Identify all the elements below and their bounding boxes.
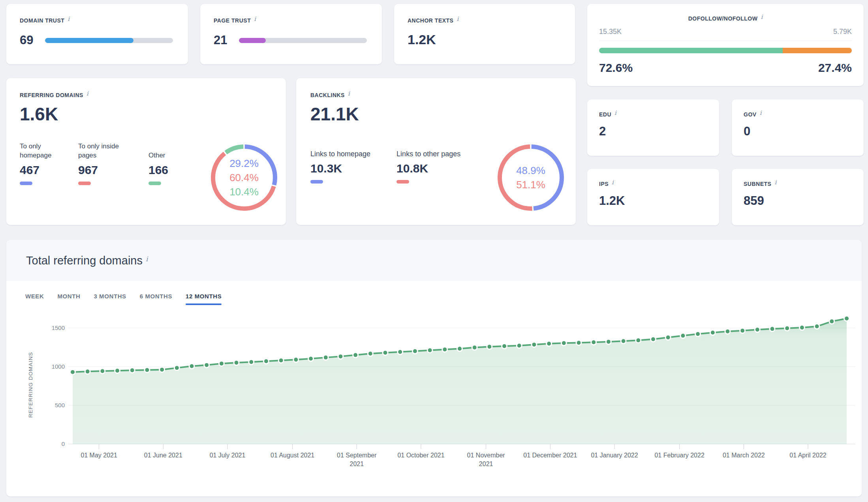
legend-chip: [78, 182, 91, 185]
info-icon[interactable]: i: [86, 90, 88, 97]
svg-text:01 October 2021: 01 October 2021: [397, 452, 444, 459]
info-icon[interactable]: i: [68, 15, 70, 22]
backlinks-value: 21.1K: [310, 103, 562, 125]
svg-text:1500: 1500: [52, 324, 65, 331]
legend-chip: [396, 180, 409, 184]
subnets-value: 859: [744, 194, 852, 208]
card-title: GOVi: [744, 111, 852, 118]
stat-links-to-homepage: Links to homepage 10.3K: [310, 149, 370, 184]
svg-text:01 February 2022: 01 February 2022: [654, 452, 704, 459]
card-title: EDUi: [599, 111, 707, 118]
dofollow-nofollow-bar: [599, 48, 852, 53]
info-icon[interactable]: i: [348, 90, 350, 97]
svg-text:01 December 2021: 01 December 2021: [523, 452, 577, 459]
svg-text:01 April 2022: 01 April 2022: [789, 452, 827, 459]
tab-6-months[interactable]: 6 MONTHS: [140, 293, 172, 305]
tab-month[interactable]: MONTH: [57, 293, 80, 305]
domain-trust-bar-fill: [45, 38, 133, 43]
info-icon[interactable]: i: [614, 109, 616, 116]
info-icon[interactable]: i: [760, 109, 762, 116]
svg-text:01 January 2022: 01 January 2022: [591, 452, 638, 459]
svg-text:01 November: 01 November: [467, 452, 505, 459]
page-trust-bar-fill: [239, 38, 266, 43]
svg-text:2021: 2021: [350, 461, 364, 467]
domain-trust-card: DOMAIN TRUSTi 69: [6, 4, 188, 64]
stat-to-only-homepage: To only homepage 467: [20, 142, 62, 185]
section-title: Total referring domainsi: [26, 254, 148, 267]
info-icon[interactable]: i: [457, 15, 458, 22]
info-icon[interactable]: i: [254, 15, 256, 22]
referring-domains-value: 1.6K: [20, 103, 272, 125]
info-icon[interactable]: i: [774, 179, 776, 186]
legend-chip: [148, 182, 161, 185]
donut-label: 29.2%: [229, 156, 259, 170]
nofollow-count: 5.79K: [833, 28, 852, 36]
card-title: REFERRING DOMAINSi: [20, 92, 272, 99]
domain-trust-bar: [45, 38, 173, 43]
card-title: DOFOLLOW/NOFOLLOWi: [599, 15, 852, 22]
card-title: SUBNETSi: [744, 180, 852, 187]
svg-text:0: 0: [62, 440, 65, 447]
card-title: IPSi: [599, 180, 707, 187]
donut-label: 51.1%: [516, 178, 545, 192]
anchor-texts-card: ANCHOR TEXTSi 1.2K: [394, 4, 575, 64]
page-trust-value: 21: [214, 33, 234, 47]
donut-label: 60.4%: [229, 170, 259, 185]
tab-12-months[interactable]: 12 MONTHS: [186, 293, 222, 305]
total-referring-domains-section: Total referring domainsi WEEK MONTH 3 MO…: [6, 240, 862, 496]
subnets-card: SUBNETSi 859: [732, 169, 864, 225]
card-title: ANCHOR TEXTSi: [408, 17, 562, 24]
svg-text:01 July 2021: 01 July 2021: [210, 452, 246, 459]
ips-card: IPSi 1.2K: [587, 169, 719, 225]
svg-text:500: 500: [55, 402, 65, 408]
ips-value: 1.2K: [599, 194, 707, 208]
anchor-texts-value: 1.2K: [408, 32, 562, 47]
stat-to-only-inside-pages: To only inside pages 967: [78, 142, 133, 185]
gov-value: 0: [744, 124, 852, 139]
nofollow-percent: 27.4%: [818, 61, 852, 75]
stat-other: Other 166: [148, 151, 168, 185]
dofollow-count: 15.35K: [599, 28, 622, 36]
svg-text:01 June 2021: 01 June 2021: [144, 452, 182, 459]
stat-links-to-other-pages: Links to other pages 10.8K: [396, 149, 460, 184]
dofollow-percent: 72.6%: [599, 61, 633, 75]
svg-text:01 May 2021: 01 May 2021: [81, 452, 117, 459]
dofollow-nofollow-card: DOFOLLOW/NOFOLLOWi 15.35K 5.79K 72.6% 27…: [587, 4, 864, 86]
tab-3-months[interactable]: 3 MONTHS: [94, 293, 126, 305]
referring-domains-donut-chart: 29.2% 60.4% 10.4%: [211, 144, 277, 211]
donut-label: 10.4%: [229, 185, 259, 199]
area-chart-svg: 050010001500REFERRING DOMAINS01 May 2021…: [9, 314, 859, 472]
page-trust-bar: [239, 38, 367, 43]
legend-chip: [310, 180, 323, 184]
domain-trust-value: 69: [20, 33, 40, 47]
legend-chip: [20, 182, 32, 185]
edu-card: EDUi 2: [587, 99, 719, 156]
svg-text:2021: 2021: [479, 461, 493, 467]
backlinks-donut-chart: 48.9% 51.1%: [498, 144, 564, 211]
svg-text:01 March 2022: 01 March 2022: [723, 452, 765, 459]
nofollow-bar-segment: [783, 48, 852, 53]
edu-value: 2: [599, 124, 707, 139]
page-trust-card: PAGE TRUSTi 21: [200, 4, 382, 64]
referring-domains-card: REFERRING DOMAINSi 1.6K To only homepage…: [6, 78, 286, 225]
backlinks-card: BACKLINKSi 21.1K Links to homepage 10.3K…: [296, 78, 576, 225]
referring-domains-trend-chart: 050010001500REFERRING DOMAINS01 May 2021…: [9, 314, 862, 474]
card-title: DOMAIN TRUSTi: [20, 17, 175, 24]
info-icon[interactable]: i: [612, 179, 614, 186]
gov-card: GOVi 0: [732, 99, 864, 156]
dofollow-bar-segment: [599, 48, 783, 53]
card-title: BACKLINKSi: [310, 92, 562, 99]
dashboard: DOMAIN TRUSTi 69 PAGE TRUSTi 21 ANCHOR T…: [0, 0, 868, 502]
info-icon[interactable]: i: [146, 255, 148, 263]
info-icon[interactable]: i: [761, 13, 763, 21]
section-header: Total referring domainsi: [6, 240, 862, 281]
svg-text:01 August 2021: 01 August 2021: [271, 452, 314, 459]
card-title: PAGE TRUSTi: [214, 17, 368, 24]
tab-week[interactable]: WEEK: [25, 293, 44, 305]
svg-text:REFERRING DOMAINS: REFERRING DOMAINS: [28, 352, 34, 418]
svg-text:1000: 1000: [52, 363, 65, 370]
donut-label: 48.9%: [516, 163, 545, 178]
period-tabs: WEEK MONTH 3 MONTHS 6 MONTHS 12 MONTHS: [25, 293, 862, 305]
svg-text:01 September: 01 September: [337, 452, 377, 459]
